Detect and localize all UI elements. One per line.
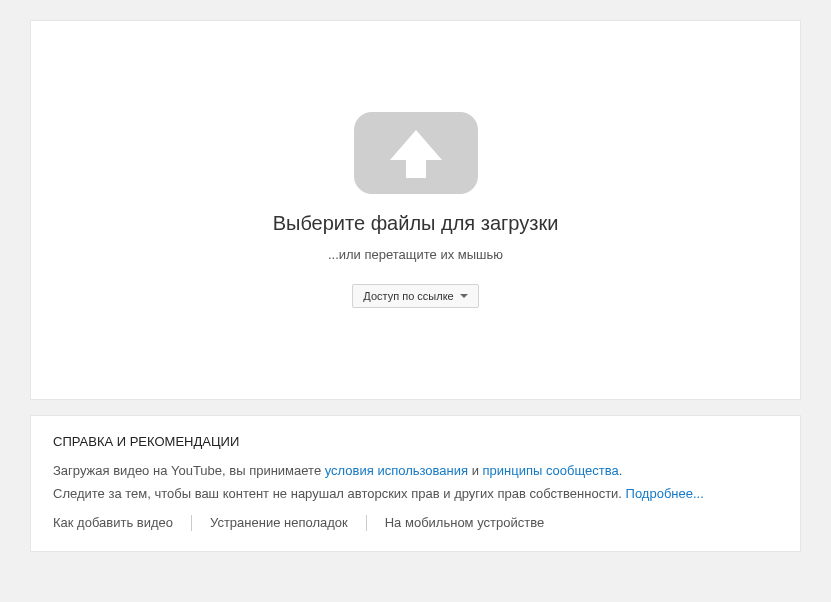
guidelines-link[interactable]: принципы сообщества	[483, 463, 619, 478]
privacy-selected-label: Доступ по ссылке	[363, 290, 453, 302]
help-links-row: Как добавить видео Устранение неполадок …	[53, 515, 778, 531]
upload-subtitle: ...или перетащите их мышью	[328, 247, 503, 262]
upload-drop-area[interactable]: Выберите файлы для загрузки ...или перет…	[30, 20, 801, 400]
help-title: СПРАВКА И РЕКОМЕНДАЦИИ	[53, 434, 778, 449]
troubleshoot-link[interactable]: Устранение неполадок	[210, 515, 348, 530]
upload-title: Выберите файлы для загрузки	[273, 212, 559, 235]
upload-arrow-icon	[354, 112, 478, 194]
learn-more-link[interactable]: Подробнее...	[626, 486, 704, 501]
privacy-dropdown[interactable]: Доступ по ссылке	[352, 284, 478, 308]
terms-link[interactable]: условия использования	[325, 463, 468, 478]
help-text-line2: Следите за тем, чтобы ваш контент не нар…	[53, 484, 778, 505]
mobile-link[interactable]: На мобильном устройстве	[385, 515, 544, 530]
caret-down-icon	[460, 294, 468, 298]
divider	[366, 515, 367, 531]
how-to-link[interactable]: Как добавить видео	[53, 515, 173, 530]
divider	[191, 515, 192, 531]
help-panel: СПРАВКА И РЕКОМЕНДАЦИИ Загружая видео на…	[30, 415, 801, 552]
help-text-line1: Загружая видео на YouTube, вы принимаете…	[53, 461, 778, 482]
